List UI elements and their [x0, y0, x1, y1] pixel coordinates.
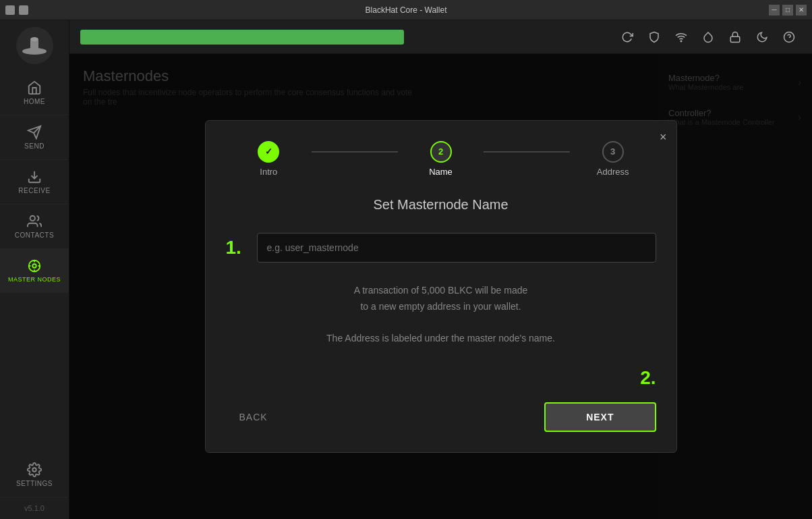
pin-icon	[19, 5, 28, 15]
titlebar: BlackHat Core - Wallet ─ □ ✕	[0, 0, 812, 20]
refresh-icon	[621, 31, 633, 43]
sidebar-item-home-label: HOME	[24, 98, 45, 105]
info-line-2: to a new empty address in your wallet.	[360, 301, 521, 312]
stepper: ✓ Intro 2 Name 3 Address	[226, 141, 656, 177]
help-button[interactable]	[777, 25, 801, 49]
sidebar-item-send-label: SEND	[24, 142, 45, 150]
modal-title: Set Masternode Name	[226, 197, 656, 213]
topbar	[69, 20, 812, 54]
svg-point-7	[32, 264, 36, 268]
minimize-button[interactable]: ─	[769, 5, 780, 16]
svg-point-13	[32, 468, 36, 472]
page-content: Masternodes Full nodes that incentivize …	[69, 54, 812, 519]
titlebar-left	[5, 5, 28, 15]
droplet-icon	[702, 31, 714, 43]
sync-progress-bar	[80, 30, 404, 45]
lock-button[interactable]	[723, 25, 747, 49]
shield-icon	[648, 31, 660, 43]
stepper-label-name: Name	[429, 167, 453, 177]
sidebar-item-contacts[interactable]: CONTACTS	[0, 204, 69, 249]
window-title: BlackHat Core - Wallet	[366, 5, 447, 15]
window-controls: ─ □ ✕	[769, 5, 807, 16]
stepper-step-name: 2 Name	[398, 141, 484, 177]
info-text: A transaction of 5,000 BLKC will be made…	[226, 283, 656, 347]
sidebar-item-receive[interactable]: RECEIVE	[0, 160, 69, 204]
close-button[interactable]: ✕	[796, 5, 807, 16]
hat-icon	[21, 32, 48, 59]
stepper-line-1	[312, 151, 398, 153]
stepper-circle-address: 3	[602, 141, 624, 163]
modal-close-button[interactable]: ×	[660, 130, 667, 144]
send-icon	[27, 125, 42, 140]
modal: × ✓ Intro 2 Name	[205, 120, 677, 453]
app-icon	[5, 5, 15, 15]
info-line-1: A transaction of 5,000 BLKC will be made	[354, 285, 528, 296]
sidebar-item-home[interactable]: HOME	[0, 71, 69, 115]
sidebar-item-settings[interactable]: SETTINGS	[0, 453, 69, 497]
stepper-circle-name: 2	[430, 141, 452, 163]
svg-rect-15	[730, 36, 740, 42]
modal-footer: BACK NEXT	[226, 395, 656, 432]
sidebar-item-settings-label: SETTINGS	[16, 480, 53, 487]
step2-number-label: 2.	[226, 367, 656, 389]
stepper-circle-intro: ✓	[258, 141, 279, 163]
next-button[interactable]: NEXT	[544, 402, 656, 432]
sidebar-logo	[16, 27, 53, 64]
sidebar-item-receive-label: RECEIVE	[18, 187, 50, 194]
main-layout: HOME SEND RECEIVE	[0, 20, 812, 519]
contacts-icon	[27, 214, 42, 229]
stepper-label-address: Address	[597, 167, 629, 177]
svg-point-6	[30, 216, 35, 221]
moon-button[interactable]	[750, 25, 774, 49]
modal-overlay: × ✓ Intro 2 Name	[69, 54, 812, 519]
droplet-button[interactable]	[696, 25, 720, 49]
input-row: 1.	[226, 233, 656, 263]
svg-point-14	[680, 40, 682, 42]
sidebar-version: v5.1.0	[24, 497, 45, 519]
refresh-button[interactable]	[615, 25, 639, 49]
sidebar-item-masternodes-label: MASTER NODES	[8, 276, 61, 283]
maximize-button[interactable]: □	[782, 5, 793, 16]
input-number-label: 1.	[226, 237, 246, 258]
receive-icon	[27, 169, 42, 184]
stepper-step-address: 3 Address	[570, 141, 656, 177]
topbar-left	[80, 30, 404, 45]
home-icon	[27, 80, 42, 95]
shield-button[interactable]	[642, 25, 666, 49]
back-button[interactable]: BACK	[226, 405, 281, 429]
stepper-label-intro: Intro	[260, 167, 277, 177]
lock-icon	[729, 31, 741, 43]
sidebar-item-masternodes[interactable]: MASTER NODES	[0, 249, 69, 293]
sidebar-item-contacts-label: CONTACTS	[15, 231, 54, 239]
stepper-step-intro: ✓ Intro	[226, 141, 312, 177]
sidebar: HOME SEND RECEIVE	[0, 20, 69, 519]
content-area: Masternodes Full nodes that incentivize …	[69, 20, 812, 519]
info-line-3: The Address is labeled under the master …	[326, 333, 555, 344]
settings-icon	[27, 462, 42, 477]
stepper-line-2	[484, 151, 570, 153]
masternodes-icon	[27, 258, 42, 273]
topbar-icons	[615, 25, 801, 49]
wifi-button[interactable]	[669, 25, 693, 49]
svg-point-2	[30, 37, 38, 41]
masternode-name-input[interactable]	[257, 233, 656, 263]
wifi-icon	[675, 31, 687, 43]
moon-icon	[756, 31, 768, 43]
sidebar-item-send[interactable]: SEND	[0, 115, 69, 160]
sidebar-nav: HOME SEND RECEIVE	[0, 71, 69, 497]
help-icon	[783, 31, 795, 43]
